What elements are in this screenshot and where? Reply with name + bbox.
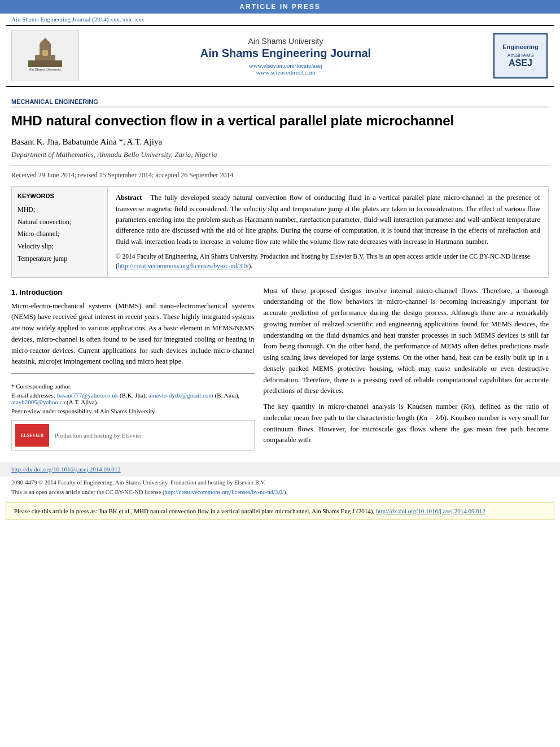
article-title: MHD natural convection flow in a vertica… xyxy=(11,112,549,129)
elsevier-url[interactable]: www.elsevier.com/locate/asej xyxy=(81,62,490,69)
asej-logo-container: Engineering AINSHAMS ASEJ xyxy=(492,33,549,78)
svg-marker-1 xyxy=(40,38,51,43)
journal-info-center: Ain Shams University Ain Shams Engineeri… xyxy=(79,34,492,78)
elsevier-footer: ELSEVIER Production and hosting by Elsev… xyxy=(11,420,255,451)
divider-1 xyxy=(11,165,549,165)
issn-line2: This is an open access article under the… xyxy=(11,488,549,497)
keyword-5: Temperature jump xyxy=(18,253,102,265)
received-dates: Received 29 June 2014; revised 15 Septem… xyxy=(11,171,549,180)
abstract-text: Abstract The fully developed steady natu… xyxy=(116,193,540,247)
right-column: Most of these proposed designs involve i… xyxy=(264,286,549,451)
left-column: 1. Introduction Micro-electro-mechanical… xyxy=(11,286,255,451)
university-logo: Ain Shams University xyxy=(11,30,79,81)
cite-doi-link[interactable]: http://dx.doi.org/10.1016/j.asej.2014.09… xyxy=(376,508,485,514)
email-link-3[interactable]: atayb2005@yahoo.ca xyxy=(11,399,65,405)
journal-urls: www.elsevier.com/locate/asej www.science… xyxy=(81,62,490,76)
footnote-emails: E-mail addresses: basant777@yahoo.co.uk … xyxy=(11,392,255,405)
footnote-star: * Corresponding author. xyxy=(11,383,255,390)
journal-link-bar: Ain Shams Engineering Journal (2014) xxx… xyxy=(0,14,560,25)
keyword-2: Natural convection; xyxy=(18,216,102,229)
university-logo-svg: Ain Shams University xyxy=(23,38,68,75)
journal-title: Ain Shams Engineering Journal xyxy=(81,47,490,60)
asej-logo-graphic: Engineering AINSHAMS ASEJ xyxy=(498,38,543,72)
elsevier-logo: ELSEVIER xyxy=(15,424,49,447)
sciencedirect-url[interactable]: www.sciencedirect.com xyxy=(81,69,490,76)
copyright-text: © 2014 Faculty of Engineering, Ain Shams… xyxy=(116,252,540,272)
svg-rect-2 xyxy=(42,50,48,56)
abstract-keywords-section: KEYWORDS MHD; Natural convection; Micro-… xyxy=(11,186,549,277)
issn-license-link[interactable]: http://creativecommons.org/licenses/by-n… xyxy=(164,489,284,495)
elsevier-text: Production and hosting by Elsevier xyxy=(55,432,142,439)
intro-heading: 1. Introduction xyxy=(11,288,255,296)
intro-right-text-2: The key quantity in micro-channel analys… xyxy=(264,401,549,446)
issn-line1: 2090-4479 © 2014 Faculty of Engineering,… xyxy=(11,478,549,488)
university-name: Ain Shams University xyxy=(81,37,490,46)
keywords-title: KEYWORDS xyxy=(18,193,102,199)
cite-bar: Please cite this article in press as: Jh… xyxy=(6,503,554,520)
affiliation: Department of Mathematics, Ahmadu Bello … xyxy=(11,150,549,159)
keyword-4: Velocity slip; xyxy=(18,241,102,253)
svg-text:ASEJ: ASEJ xyxy=(509,58,532,68)
svg-rect-5 xyxy=(28,60,62,67)
svg-text:Ain Shams University: Ain Shams University xyxy=(29,68,61,71)
journal-link[interactable]: Ain Shams Engineering Journal (2014) xxx… xyxy=(11,16,145,23)
abstract-panel: Abstract The fully developed steady natu… xyxy=(108,187,548,277)
doi-bar: http://dx.doi.org/10.1016/j.asej.2014.09… xyxy=(0,462,560,477)
copyright-link[interactable]: http://creativecommons.org/licenses/by-n… xyxy=(118,263,249,269)
keywords-panel: KEYWORDS MHD; Natural convection; Micro-… xyxy=(12,187,108,277)
main-content: MECHANICAL ENGINEERING MHD natural conve… xyxy=(0,87,560,456)
abstract-label: Abstract xyxy=(116,194,142,202)
keyword-1: MHD; xyxy=(18,204,102,216)
article-in-press-banner: ARTICLE IN PRESS xyxy=(0,0,560,14)
keyword-3: Micro-channel; xyxy=(18,228,102,241)
abstract-body: The fully developed steady natural conve… xyxy=(116,194,540,246)
svg-text:Engineering: Engineering xyxy=(502,43,539,50)
doi-link[interactable]: http://dx.doi.org/10.1016/j.asej.2014.09… xyxy=(11,466,121,473)
footnotes-section: * Corresponding author. E-mail addresses… xyxy=(11,379,255,414)
journal-header: Ain Shams University Ain Shams Universit… xyxy=(6,25,554,87)
issn-bar: 2090-4479 © 2014 Faculty of Engineering,… xyxy=(0,477,560,499)
peer-review-note: Peer review under responsibility of Ain … xyxy=(11,408,255,414)
svg-text:AINSHAMS: AINSHAMS xyxy=(507,53,533,58)
email-link-2[interactable]: ainavio-dydx@gmail.com xyxy=(148,392,213,399)
divider-footnotes xyxy=(11,373,255,374)
section-label: MECHANICAL ENGINEERING xyxy=(11,98,549,107)
email-label: E-mail addresses: xyxy=(11,392,55,399)
intro-left-text: Micro-electro-mechanical systems (MEMS) … xyxy=(11,301,255,368)
intro-right-text-1: Most of these proposed designs involve i… xyxy=(264,286,549,397)
email-link-1[interactable]: basant777@yahoo.co.uk xyxy=(57,392,119,399)
two-column-introduction: 1. Introduction Micro-electro-mechanical… xyxy=(11,286,549,451)
authors: Basant K. Jha, Babatunde Aina *, A.T. Aj… xyxy=(11,137,549,147)
keywords-list: MHD; Natural convection; Micro-channel; … xyxy=(18,204,102,265)
